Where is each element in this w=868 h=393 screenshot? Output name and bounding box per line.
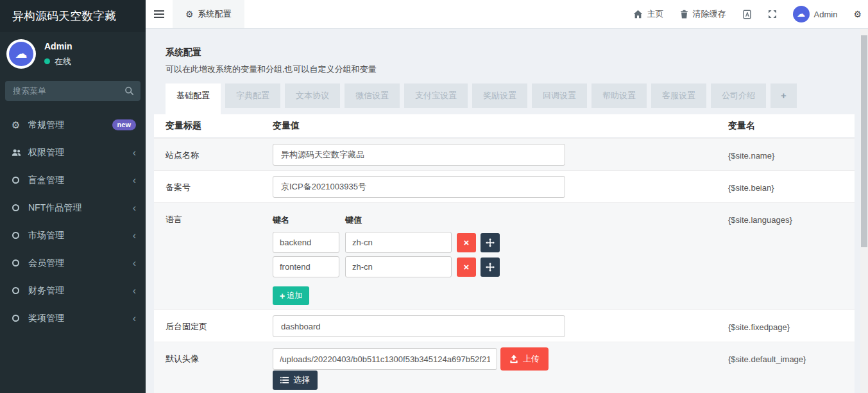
language-icon bbox=[742, 10, 752, 19]
page-subtitle: 可以在此增改系统的变量和分组,也可以自定义分组和变量 bbox=[166, 64, 835, 75]
topbar-tab-system-config[interactable]: ⚙ 系统配置 bbox=[173, 0, 244, 28]
table-row: 默认头像 上传 bbox=[154, 342, 855, 393]
sidebar-item-awards[interactable]: 奖项管理 ‹ bbox=[0, 304, 146, 332]
sidebar-item-general[interactable]: ⚙ 常规管理 new bbox=[0, 111, 146, 139]
online-dot-icon bbox=[44, 58, 50, 64]
variable-name: {$site.name} bbox=[728, 139, 855, 170]
site-name-input[interactable] bbox=[273, 144, 565, 166]
user-name: Admin bbox=[44, 41, 72, 51]
circle-icon bbox=[12, 287, 28, 294]
tab-dictionary-config[interactable]: 字典配置 bbox=[225, 83, 280, 108]
variable-name: {$site.beian} bbox=[728, 171, 855, 202]
fixed-page-input[interactable] bbox=[273, 315, 565, 337]
sidebar-item-members[interactable]: 会员管理 ‹ bbox=[0, 249, 146, 277]
add-tab-button[interactable]: + bbox=[770, 83, 797, 108]
close-icon: × bbox=[464, 238, 470, 247]
table-row: 站点名称 {$site.name} bbox=[154, 138, 855, 170]
fullscreen-button[interactable] bbox=[768, 10, 777, 19]
choose-button[interactable]: 选择 bbox=[273, 371, 318, 390]
tab-alipay-settings[interactable]: 支付宝设置 bbox=[404, 83, 468, 108]
chevron-left-icon: ‹ bbox=[133, 231, 136, 241]
new-badge: new bbox=[112, 119, 136, 130]
page-title: 系统配置 bbox=[166, 47, 835, 58]
sidebar-toggle-button[interactable] bbox=[146, 0, 173, 28]
drag-row-button[interactable] bbox=[481, 258, 500, 277]
chevron-left-icon: ‹ bbox=[133, 203, 136, 213]
column-header-value: 变量值 bbox=[273, 120, 728, 132]
gear-icon: ⚙ bbox=[185, 10, 194, 19]
language-switch-button[interactable] bbox=[742, 10, 752, 19]
tab-service-settings[interactable]: 客服设置 bbox=[651, 83, 706, 108]
table-row: 备案号 {$site.beian} bbox=[154, 170, 855, 202]
avatar: ☁ bbox=[6, 39, 36, 69]
sidebar-item-finance[interactable]: 财务管理 ‹ bbox=[0, 277, 146, 304]
delete-row-button[interactable]: × bbox=[457, 258, 476, 277]
drag-row-button[interactable] bbox=[481, 233, 500, 252]
sidebar: 异构源码天空数字藏 ☁ Admin 在线 ⚙ 常规管理 new bbox=[0, 0, 146, 393]
sidebar-item-permissions[interactable]: 权限管理 ‹ bbox=[0, 139, 146, 166]
language-pair-row: × bbox=[273, 232, 728, 253]
brand-title: 异构源码天空数字藏 bbox=[0, 0, 146, 32]
upload-button[interactable]: 上传 bbox=[500, 347, 549, 371]
user-panel: ☁ Admin 在线 bbox=[0, 32, 146, 74]
search-input[interactable] bbox=[5, 81, 140, 101]
tab-callback-settings[interactable]: 回调设置 bbox=[532, 83, 587, 108]
delete-row-button[interactable]: × bbox=[457, 233, 476, 252]
language-key-input[interactable] bbox=[273, 232, 339, 253]
variable-name: {$site.fixedpage} bbox=[728, 310, 855, 342]
default-image-input[interactable] bbox=[273, 348, 497, 370]
variable-name: {$site.default_image} bbox=[728, 342, 855, 393]
append-button[interactable]: + 追加 bbox=[273, 286, 309, 305]
move-icon bbox=[486, 263, 495, 272]
chevron-left-icon: ‹ bbox=[133, 313, 136, 324]
tab-text-agreement[interactable]: 文本协议 bbox=[285, 83, 340, 108]
list-icon bbox=[280, 376, 289, 384]
language-pair-row: × bbox=[273, 256, 728, 277]
gears-icon: ⚙ bbox=[853, 10, 862, 19]
chevron-left-icon: ‹ bbox=[133, 258, 136, 268]
table-row: 后台固定页 {$site.fixedpage} bbox=[154, 310, 855, 342]
scrollbar-thumb[interactable] bbox=[861, 35, 867, 247]
language-value-input[interactable] bbox=[345, 256, 452, 277]
variable-name: {$site.languages} bbox=[728, 203, 855, 310]
settings-menu-button[interactable]: ⚙ bbox=[853, 10, 862, 19]
tab-help-settings[interactable]: 帮助设置 bbox=[591, 83, 647, 108]
tab-wechat-settings[interactable]: 微信设置 bbox=[345, 83, 400, 108]
sidebar-item-market[interactable]: 市场管理 ‹ bbox=[0, 222, 146, 249]
circle-icon bbox=[12, 315, 28, 322]
topbar-user-menu[interactable]: ☁ Admin bbox=[793, 6, 838, 22]
config-panel: 变量标题 变量值 变量名 站点名称 {$site.name} 备案号 {$sit… bbox=[154, 114, 855, 393]
chevron-left-icon: ‹ bbox=[133, 286, 136, 296]
cloud-logo-icon: ☁ bbox=[9, 42, 33, 66]
beian-input[interactable] bbox=[273, 176, 565, 198]
close-icon: × bbox=[464, 262, 470, 272]
clear-cache-link[interactable]: 清除缓存 bbox=[680, 8, 726, 20]
column-header-title: 变量标题 bbox=[154, 120, 273, 132]
language-key-input[interactable] bbox=[273, 256, 339, 277]
users-icon bbox=[12, 148, 28, 157]
sidebar-item-blindbox[interactable]: 盲盒管理 ‹ bbox=[0, 166, 146, 194]
chevron-left-icon: ‹ bbox=[133, 148, 136, 158]
search-icon bbox=[124, 86, 134, 96]
home-link[interactable]: 主页 bbox=[633, 8, 664, 20]
main-content: 系统配置 可以在此增改系统的变量和分组,也可以自定义分组和变量 基础配置 字典配… bbox=[146, 29, 860, 393]
sidebar-menu: ⚙ 常规管理 new 权限管理 ‹ 盲盒管理 ‹ NFT作品管理 bbox=[0, 111, 146, 332]
tab-basic-config[interactable]: 基础配置 bbox=[166, 83, 221, 114]
tab-company-intro[interactable]: 公司介绍 bbox=[711, 83, 766, 108]
circle-icon bbox=[12, 177, 28, 184]
key-header: 键名 bbox=[273, 214, 345, 226]
column-header-name: 变量名 bbox=[728, 120, 855, 132]
expand-icon bbox=[768, 10, 777, 19]
config-tabs: 基础配置 字典配置 文本协议 微信设置 支付宝设置 奖励设置 回调设置 帮助设置… bbox=[166, 83, 843, 114]
sidebar-item-nft[interactable]: NFT作品管理 ‹ bbox=[0, 194, 146, 222]
online-status: 在线 bbox=[44, 56, 72, 67]
circle-icon bbox=[12, 259, 28, 266]
home-icon bbox=[633, 10, 643, 19]
plus-icon: + bbox=[280, 292, 285, 301]
tab-reward-settings[interactable]: 奖励设置 bbox=[472, 83, 527, 108]
vertical-scrollbar[interactable] bbox=[860, 29, 868, 393]
table-row: 语言 键名 键值 × bbox=[154, 202, 855, 310]
value-header: 键值 bbox=[345, 214, 362, 226]
move-icon bbox=[486, 238, 495, 247]
language-value-input[interactable] bbox=[345, 232, 452, 253]
